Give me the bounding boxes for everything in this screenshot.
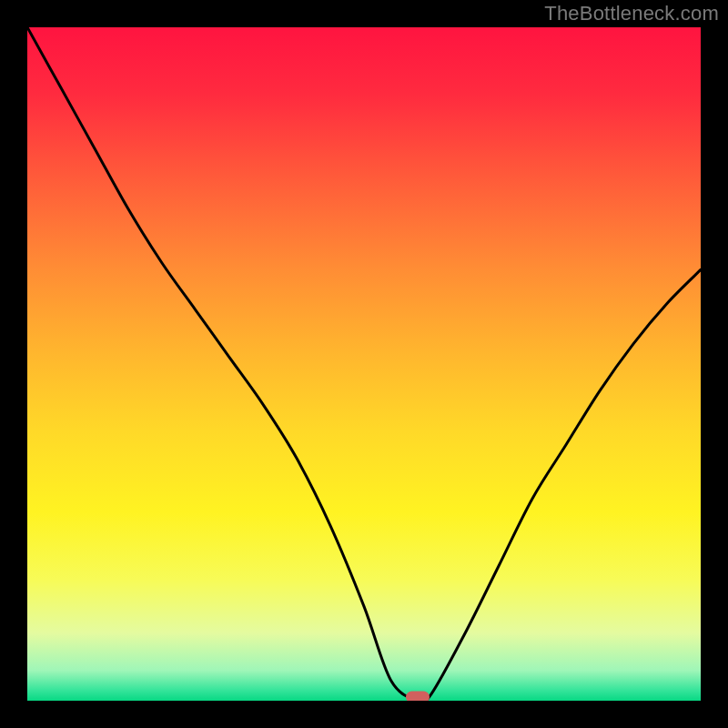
plot-area [27,27,701,701]
watermark-text: TheBottleneck.com [544,2,719,25]
optimum-marker [406,692,430,701]
chart-frame: TheBottleneck.com [0,0,728,728]
bottleneck-curve [27,27,701,701]
curve-layer [27,27,701,701]
